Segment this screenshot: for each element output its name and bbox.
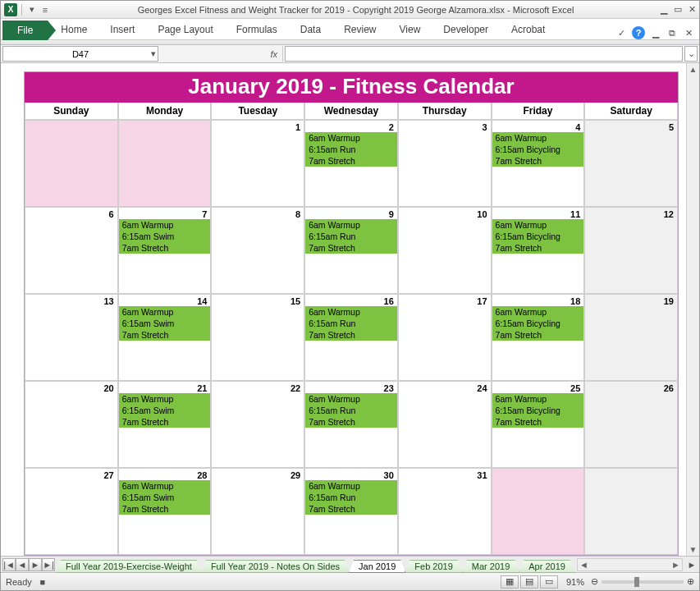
calendar-cell[interactable]: 1	[211, 120, 304, 207]
sheet-nav-next[interactable]: ►	[29, 558, 42, 571]
macro-record-icon[interactable]: ■	[37, 576, 48, 588]
calendar-event: 6:15am Run	[305, 492, 397, 503]
zoom-thumb[interactable]	[634, 577, 639, 587]
view-normal-button[interactable]: ▦	[501, 575, 519, 589]
ribbon-tabs: File HomeInsertPage LayoutFormulasDataRe…	[1, 19, 699, 40]
zoom-slider[interactable]: ⊖ ⊕	[591, 576, 694, 587]
qat-dropdown-icon[interactable]: ▾	[26, 4, 38, 16]
calendar-cell[interactable]: 24	[398, 381, 492, 468]
calendar-cell[interactable]: 236am Warmup6:15am Run7am Stretch	[304, 381, 398, 468]
hscroll-right-icon[interactable]: ►	[671, 560, 680, 570]
sheet-tab[interactable]: Jan 2019	[349, 560, 405, 573]
name-box[interactable]: D47 ▾	[2, 46, 158, 62]
calendar-day-header: Tuesday	[211, 103, 304, 120]
ribbon-tab-view[interactable]: View	[388, 20, 432, 39]
calendar-cell[interactable]: 12	[584, 207, 678, 294]
calendar-event: 6am Warmup	[492, 132, 584, 144]
calendar-day-number: 10	[399, 208, 491, 219]
calendar-cell[interactable]: 31	[398, 468, 492, 555]
calendar-cell[interactable]: 26am Warmup6:15am Run7am Stretch	[304, 120, 398, 207]
fx-label[interactable]: fx	[250, 46, 283, 62]
calendar-cell[interactable]: 3	[398, 120, 492, 207]
calendar-cell[interactable]: 15	[211, 294, 304, 381]
calendar-event: 6am Warmup	[119, 219, 211, 231]
ribbon-tab-acrobat[interactable]: Acrobat	[500, 20, 556, 39]
doc-restore-icon[interactable]: ⧉	[666, 27, 678, 39]
calendar-cell[interactable]: 46am Warmup6:15am Bicycling7am Stretch	[492, 120, 585, 207]
ribbon-tab-review[interactable]: Review	[332, 20, 387, 39]
sheet-tab[interactable]: Full Year 2019-Exercise-Weight	[56, 560, 202, 573]
calendar-cell[interactable]: 29	[211, 468, 304, 555]
zoom-out-button[interactable]: ⊖	[591, 576, 598, 587]
excel-icon: X	[4, 3, 17, 16]
ribbon-tab-home[interactable]: Home	[49, 20, 98, 39]
scroll-down-icon[interactable]: ▼	[689, 545, 698, 554]
calendar-cell[interactable]: 286am Warmup6:15am Swim7am Stretch	[118, 468, 212, 555]
calendar-cell[interactable]: 20	[25, 381, 118, 468]
ribbon-tab-developer[interactable]: Developer	[432, 20, 500, 39]
scroll-up-icon[interactable]: ▲	[689, 65, 698, 74]
calendar-day-number: 4	[492, 121, 584, 132]
sheet-nav-last[interactable]: ►|	[42, 558, 55, 571]
calendar-cell[interactable]: 17	[398, 294, 492, 381]
calendar-cell[interactable]: 96am Warmup6:15am Run7am Stretch	[304, 207, 398, 294]
doc-close-icon[interactable]: ✕	[683, 27, 694, 39]
ribbon-tab-insert[interactable]: Insert	[98, 20, 146, 39]
help-icon[interactable]: ?	[632, 26, 645, 39]
calendar-cell[interactable]: 186am Warmup6:15am Bicycling7am Stretch	[492, 294, 585, 381]
name-box-dropdown-icon[interactable]: ▾	[151, 48, 156, 59]
calendar-cell[interactable]: 13	[25, 294, 118, 381]
ribbon-customize-icon[interactable]: ✓	[615, 27, 627, 39]
calendar-cell[interactable]: 76am Warmup6:15am Swim7am Stretch	[118, 207, 212, 294]
calendar-cell[interactable]: 22	[211, 381, 304, 468]
worksheet-area[interactable]: January 2019 - Fitness Calendar SundayMo…	[1, 63, 699, 556]
calendar-cell[interactable]: 306am Warmup6:15am Run7am Stretch	[304, 468, 398, 555]
calendar-event: 6:15am Run	[305, 231, 397, 242]
vertical-scrollbar[interactable]: ▲ ▼	[686, 63, 699, 556]
view-pagebreak-button[interactable]: ▭	[540, 575, 558, 589]
ribbon-tab-data[interactable]: Data	[289, 20, 332, 39]
ribbon-tab-formulas[interactable]: Formulas	[225, 20, 289, 39]
calendar-cell[interactable]: 6	[25, 207, 118, 294]
calendar-cell[interactable]: 216am Warmup6:15am Swim7am Stretch	[118, 381, 212, 468]
ribbon-tab-page-layout[interactable]: Page Layout	[146, 20, 224, 39]
hscroll-end-icon[interactable]: ►	[686, 559, 698, 570]
calendar-event: 7am Stretch	[305, 329, 397, 341]
calendar-cell[interactable]: 19	[584, 294, 678, 381]
sheet-nav-prev[interactable]: ◄	[16, 558, 29, 571]
calendar-cell[interactable]: 116am Warmup6:15am Bicycling7am Stretch	[492, 207, 585, 294]
maximize-button[interactable]: ▭	[674, 4, 682, 15]
hscroll-left-icon[interactable]: ◄	[579, 560, 588, 570]
calendar-cell[interactable]: 27	[25, 468, 118, 555]
calendar-cell[interactable]	[492, 468, 585, 555]
calendar-event: 7am Stretch	[119, 416, 211, 428]
calendar-cell[interactable]: 26	[584, 381, 678, 468]
calendar-cell[interactable]	[118, 120, 212, 207]
formula-input[interactable]	[285, 46, 683, 62]
calendar-cell[interactable]: 256am Warmup6:15am Bicycling7am Stretch	[492, 381, 585, 468]
zoom-percent[interactable]: 91%	[566, 577, 584, 587]
calendar-cell[interactable]: 8	[211, 207, 304, 294]
calendar-cell[interactable]: 10	[398, 207, 492, 294]
zoom-track[interactable]	[602, 580, 684, 584]
sheet-tab[interactable]: Feb 2019	[405, 560, 462, 573]
calendar-day-number: 17	[399, 295, 491, 306]
file-tab[interactable]: File	[2, 21, 48, 40]
calendar-cell[interactable]	[584, 468, 678, 555]
view-pagelayout-button[interactable]: ▤	[520, 575, 538, 589]
calendar-cell[interactable]: 146am Warmup6:15am Swim7am Stretch	[118, 294, 212, 381]
sheet-tab[interactable]: Apr 2019	[519, 560, 575, 573]
minimize-button[interactable]: ▁	[661, 4, 667, 15]
calendar-cell[interactable]: 166am Warmup6:15am Run7am Stretch	[304, 294, 398, 381]
horizontal-scrollbar[interactable]: ◄ ►	[577, 558, 683, 571]
formula-expand-button[interactable]: ⌄	[684, 46, 698, 62]
sheet-tab[interactable]: Mar 2019	[462, 560, 519, 573]
zoom-in-button[interactable]: ⊕	[687, 576, 694, 587]
qat-customize-icon[interactable]: ≡	[39, 4, 51, 16]
ribbon-minimize-icon[interactable]: ▁	[650, 27, 661, 39]
calendar-cell[interactable]	[25, 120, 118, 207]
sheet-nav-first[interactable]: |◄	[2, 558, 16, 571]
sheet-tab[interactable]: Full Year 2019 - Notes On Sides	[201, 560, 350, 573]
calendar-cell[interactable]: 5	[584, 120, 678, 207]
close-button[interactable]: ✕	[689, 4, 696, 15]
